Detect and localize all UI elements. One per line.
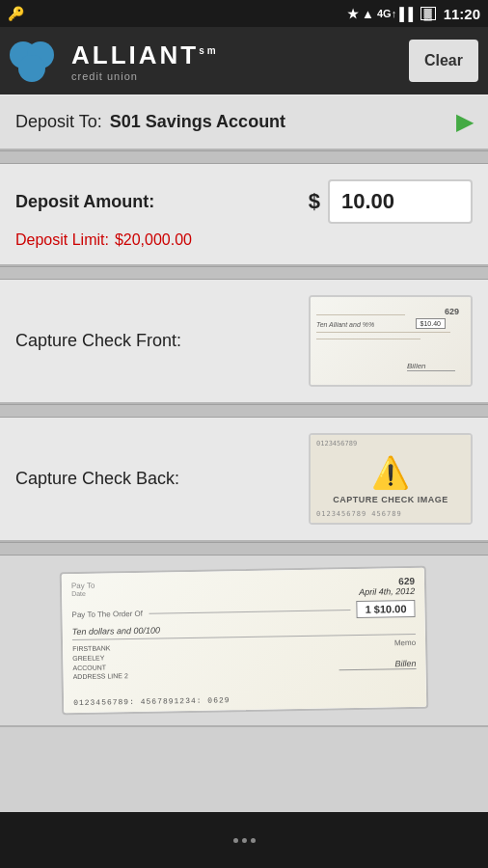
check-date-value: April 4th, 2012 bbox=[359, 586, 415, 597]
battery-icon: ▓ bbox=[420, 7, 436, 20]
capture-check-front-section[interactable]: Capture Check Front: 629 $10.40 Ten Alli… bbox=[0, 280, 488, 404]
nav-dot-1 bbox=[233, 838, 238, 843]
logo-subtitle: credit union bbox=[71, 70, 219, 82]
deposit-to-section[interactable]: Deposit To: S01 Savings Account ▶ bbox=[0, 95, 488, 150]
check-signature: Billen bbox=[407, 362, 455, 371]
deposit-limit-row: Deposit Limit: $20,000.00 bbox=[15, 230, 473, 249]
check-memo-sig-area: Memo Billen bbox=[319, 638, 417, 671]
logo-icon bbox=[10, 41, 62, 80]
deposit-to-row: Deposit To: S01 Savings Account bbox=[15, 112, 285, 132]
logo-area: ALLIANTsm credit union bbox=[10, 41, 219, 82]
check-large-inner: Pay To Date 629 April 4th, 2012 Pay To T… bbox=[62, 568, 426, 714]
check-number-front: 629 bbox=[445, 307, 459, 316]
chevron-right-icon: ▶ bbox=[456, 110, 473, 135]
check-bank-area: FIRSTBANK GREELEY ACCOUNT ADDRESS LINE 2… bbox=[72, 638, 417, 682]
status-bar: 🔑 ★ ▲ 4G↑ ▌▌ ▓ 11:20 bbox=[0, 0, 488, 27]
check-payto-label: Pay To The Order Of bbox=[71, 609, 143, 618]
warning-icon: ⚠️ bbox=[371, 454, 410, 491]
capture-check-text: CAPTURE CHECK IMAGE bbox=[333, 495, 448, 504]
logo-tm: sm bbox=[199, 45, 218, 56]
amount-field[interactable]: 10.00 bbox=[328, 179, 473, 224]
check-large-preview: Pay To Date 629 April 4th, 2012 Pay To T… bbox=[60, 566, 429, 716]
deposit-amount-section: Deposit Amount: $ 10.00 Deposit Limit: $… bbox=[0, 164, 488, 266]
check-back-top-number: 0123456789 bbox=[316, 440, 357, 448]
check-back-thumbnail[interactable]: 0123456789 ⚠️ CAPTURE CHECK IMAGE 012345… bbox=[309, 433, 473, 525]
divider-1 bbox=[0, 150, 488, 164]
check-front-lines: 629 $10.40 Ten Alliant and %% Billen bbox=[316, 303, 465, 379]
check-bank-info: FIRSTBANK GREELEY ACCOUNT ADDRESS LINE 2 bbox=[72, 643, 128, 682]
deposit-limit-value: $20,000.00 bbox=[115, 231, 192, 249]
check-bank-top: Pay To Date bbox=[71, 582, 95, 597]
deposit-to-account: S01 Savings Account bbox=[110, 112, 285, 132]
check-routing: 0123456789: 4567891234: 0629 bbox=[73, 695, 230, 707]
capture-front-label: Capture Check Front: bbox=[15, 331, 181, 351]
check-pay-line-hr bbox=[149, 610, 351, 614]
status-left: 🔑 bbox=[8, 6, 24, 21]
clock: 11:20 bbox=[444, 6, 480, 22]
status-icons: ★ ▲ 4G↑ ▌▌ ▓ bbox=[347, 7, 436, 21]
check-memo: Memo bbox=[394, 638, 416, 647]
nav-dot-3 bbox=[251, 838, 256, 843]
check-written-amount: Ten dollars and 00/100 bbox=[72, 621, 416, 640]
status-right: ★ ▲ 4G↑ ▌▌ ▓ 11:20 bbox=[347, 6, 480, 22]
amount-input-row: $ 10.00 bbox=[309, 179, 473, 224]
check-pay-to-label: Pay To bbox=[71, 582, 95, 590]
bottom-spacer bbox=[0, 727, 488, 766]
logo-text: ALLIANTsm credit union bbox=[71, 41, 219, 82]
currency-symbol: $ bbox=[309, 189, 320, 214]
check-line-2 bbox=[316, 332, 450, 333]
wifi-icon: ▲ bbox=[362, 7, 374, 21]
bluetooth-icon: ★ bbox=[347, 7, 359, 21]
check-front-image: 629 $10.40 Ten Alliant and %% Billen bbox=[311, 297, 471, 385]
capture-check-back-section[interactable]: Capture Check Back: 0123456789 ⚠️ CAPTUR… bbox=[0, 418, 488, 542]
check-date-number-area: 629 April 4th, 2012 bbox=[359, 576, 415, 597]
divider-2 bbox=[0, 266, 488, 280]
key-icon: 🔑 bbox=[8, 6, 24, 21]
logo-brand: ALLIANTsm bbox=[71, 41, 219, 70]
clear-button[interactable]: Clear bbox=[409, 40, 478, 82]
deposit-amount-label: Deposit Amount: bbox=[15, 192, 154, 212]
check-amount-box: $10.40 bbox=[416, 318, 446, 329]
check-front-thumbnail[interactable]: 629 $10.40 Ten Alliant and %% Billen bbox=[309, 295, 473, 387]
check-back-bottom-number: 0123456789 456789 bbox=[316, 510, 402, 518]
check-back-image: 0123456789 ⚠️ CAPTURE CHECK IMAGE 012345… bbox=[311, 435, 471, 523]
check-pay-line: Pay To The Order Of 1 $10.00 bbox=[71, 600, 415, 623]
content-area: Deposit To: S01 Savings Account ▶ Deposi… bbox=[0, 95, 488, 812]
check-line-1 bbox=[316, 314, 405, 315]
4g-icon: 4G↑ bbox=[377, 8, 396, 19]
check-header: Pay To Date 629 April 4th, 2012 bbox=[71, 576, 415, 602]
divider-3 bbox=[0, 404, 488, 418]
check-sig-line: Billen bbox=[339, 659, 416, 670]
check-line-3 bbox=[316, 339, 420, 339]
signal-icon: ▌▌ bbox=[399, 7, 417, 21]
bottom-nav-bar bbox=[0, 812, 488, 868]
check-amount-large: 1 $10.00 bbox=[356, 600, 415, 618]
check-preview-section: Pay To Date 629 April 4th, 2012 Pay To T… bbox=[0, 556, 488, 727]
app-header: ALLIANTsm credit union Clear bbox=[0, 27, 488, 95]
deposit-limit-label: Deposit Limit: bbox=[15, 231, 109, 249]
deposit-to-label: Deposit To: bbox=[15, 112, 102, 132]
divider-4 bbox=[0, 542, 488, 556]
nav-dot-2 bbox=[242, 838, 247, 843]
bank-extra-2: ADDRESS LINE 2 bbox=[73, 671, 128, 682]
deposit-amount-row: Deposit Amount: $ 10.00 bbox=[15, 179, 473, 224]
logo-circle-3 bbox=[18, 55, 45, 82]
check-date-label: Date bbox=[71, 590, 95, 597]
capture-back-label: Capture Check Back: bbox=[15, 469, 179, 489]
